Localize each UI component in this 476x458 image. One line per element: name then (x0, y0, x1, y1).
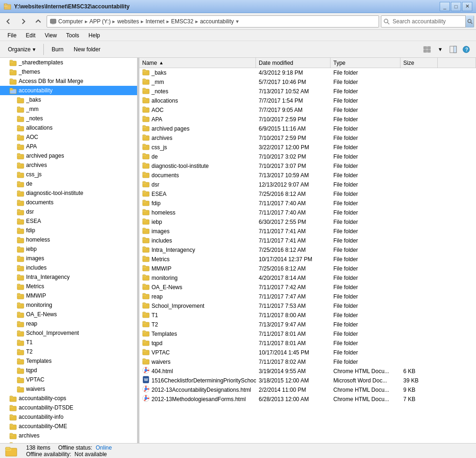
left-panel-item[interactable]: de (0, 179, 137, 188)
left-panel-item[interactable]: Metrics (0, 282, 137, 291)
col-header-name[interactable]: Name ▲ (139, 58, 256, 68)
left-panel-item[interactable]: Templates (0, 356, 137, 366)
file-row[interactable]: APA 7/10/2017 2:59 PM File folder (139, 115, 476, 124)
left-panel-item[interactable]: OA_E-News (0, 310, 137, 319)
left-panel-item[interactable]: _themes (0, 67, 137, 76)
left-panel-item[interactable]: APA (0, 142, 137, 151)
left-panel-item[interactable]: accountability (0, 86, 137, 95)
path-computer[interactable]: Computer (58, 18, 83, 25)
left-panel-item[interactable]: _baks (0, 95, 137, 104)
file-row[interactable]: tqpd 7/11/2017 8:01 AM File folder (139, 339, 476, 348)
file-row[interactable]: documents 7/13/2017 10:59 AM File folder (139, 171, 476, 180)
file-row[interactable]: archives 7/10/2017 2:59 PM File folder (139, 133, 476, 143)
file-row[interactable]: T1 7/11/2017 8:00 AM File folder (139, 311, 476, 320)
left-panel-item[interactable]: monitoring (0, 300, 137, 310)
file-row[interactable]: T2 7/13/2017 9:47 AM File folder (139, 320, 476, 329)
left-panel-item[interactable]: accountability-OME (0, 422, 137, 431)
up-button[interactable] (32, 15, 45, 28)
left-panel-item[interactable]: waivers (0, 384, 137, 394)
menu-view[interactable]: View (41, 31, 61, 40)
close-button[interactable]: ✕ (462, 2, 472, 11)
file-row[interactable]: Metrics 10/17/2014 12:37 PM File folder (139, 255, 476, 264)
left-panel-item[interactable]: includes (0, 263, 137, 272)
left-panel-item[interactable]: _mm (0, 104, 137, 114)
col-header-date[interactable]: Date modified (256, 58, 331, 68)
left-panel-item[interactable]: archives (0, 431, 137, 440)
minimize-button[interactable]: _ (440, 2, 450, 11)
left-panel-item[interactable]: tqpd (0, 366, 137, 375)
search-input[interactable] (390, 18, 465, 25)
left-panel-item[interactable]: allocations (0, 123, 137, 132)
path-accountability[interactable]: accountability (200, 18, 234, 25)
file-row[interactable]: diagnostic-tool-institute 7/10/2017 3:07… (139, 161, 476, 171)
file-row[interactable]: VPTAC 10/17/2014 1:45 PM File folder (139, 348, 476, 357)
file-row[interactable]: _baks 4/3/2012 9:18 PM File folder (139, 68, 476, 77)
file-row[interactable]: School_Improvement 7/11/2017 7:53 AM Fil… (139, 301, 476, 311)
path-internet[interactable]: Internet (145, 18, 165, 25)
organize-button[interactable]: Organize ▾ (4, 43, 40, 56)
left-panel-item[interactable]: documents (0, 198, 137, 207)
file-row[interactable]: de 7/10/2017 3:02 PM File folder (139, 152, 476, 161)
left-panel-item[interactable]: assessment (0, 440, 137, 443)
file-row[interactable]: MMWIP 7/25/2016 8:12 AM File folder (139, 264, 476, 273)
menu-edit[interactable]: Edit (22, 31, 39, 40)
search-button[interactable] (465, 15, 474, 28)
col-header-size[interactable]: Size (400, 58, 438, 68)
file-row[interactable]: reap 7/11/2017 7:47 AM File folder (139, 292, 476, 301)
file-row[interactable]: fdip 7/11/2017 7:40 AM File folder (139, 199, 476, 208)
back-button[interactable] (2, 15, 15, 28)
left-panel-item[interactable]: dsr (0, 207, 137, 216)
file-row[interactable]: _notes 7/13/2017 10:52 AM File folder (139, 87, 476, 96)
file-row[interactable]: W 1516ChecklistforDeterminingPrioritySch… (139, 376, 476, 385)
search-box[interactable] (381, 15, 474, 28)
menu-file[interactable]: File (4, 31, 20, 40)
address-path[interactable]: Computer ▸ APP (Y:) ▸ websites ▸ Interne… (47, 15, 379, 28)
left-panel-item[interactable]: _sharedtemplates (0, 58, 137, 67)
left-panel-item[interactable]: VPTAC (0, 375, 137, 384)
file-row[interactable]: images 7/11/2017 7:41 AM File folder (139, 227, 476, 236)
file-row[interactable]: 404.html 3/19/2014 9:55 AM Chrome HTML D… (139, 367, 476, 376)
col-header-type[interactable]: Type (331, 58, 400, 68)
file-row[interactable]: css_js 3/22/2017 12:00 PM File folder (139, 143, 476, 152)
path-emsc32[interactable]: EMSC32 (171, 18, 193, 25)
file-row[interactable]: allocations 7/7/2017 1:54 PM File folder (139, 96, 476, 105)
file-row[interactable]: homeless 7/11/2017 7:40 AM File folder (139, 208, 476, 217)
file-row[interactable]: includes 7/11/2017 7:41 AM File folder (139, 236, 476, 245)
left-panel-item[interactable]: T2 (0, 347, 137, 356)
left-panel-item[interactable]: css_js (0, 170, 137, 179)
left-panel-item[interactable]: ESEA (0, 216, 137, 226)
left-panel-item[interactable]: fdip (0, 226, 137, 235)
forward-button[interactable] (17, 15, 30, 28)
burn-button[interactable]: Burn (48, 43, 68, 56)
file-row[interactable]: iebp 6/30/2017 2:55 PM File folder (139, 217, 476, 227)
left-panel-item[interactable]: AOC (0, 132, 137, 142)
file-row[interactable]: dsr 12/13/2012 9:07 AM File folder (139, 180, 476, 189)
new-folder-button[interactable]: New folder (69, 43, 104, 56)
file-row[interactable]: 2012-13MethodologiesandForms.html 6/28/2… (139, 395, 476, 404)
file-row[interactable]: Templates 7/11/2017 8:01 AM File folder (139, 329, 476, 339)
maximize-button[interactable]: □ (451, 2, 461, 11)
menu-help[interactable]: Help (85, 31, 104, 40)
left-panel-item[interactable]: homeless (0, 235, 137, 244)
left-panel-item[interactable]: accountability-DTSDE (0, 403, 137, 412)
menu-tools[interactable]: Tools (62, 31, 83, 40)
view-options-button[interactable] (421, 43, 433, 56)
left-panel-item[interactable]: _notes (0, 114, 137, 123)
file-row[interactable]: monitoring 4/20/2017 8:14 AM File folder (139, 273, 476, 283)
left-panel-item[interactable]: accountability-cops (0, 394, 137, 403)
left-panel-item[interactable]: images (0, 254, 137, 263)
left-panel-item[interactable]: T1 (0, 338, 137, 347)
file-row[interactable]: AOC 7/7/2017 9:05 AM File folder (139, 105, 476, 115)
left-panel-item[interactable]: archives (0, 160, 137, 170)
left-panel-item[interactable]: Access DB for Mail Merge (0, 76, 137, 86)
left-panel-item[interactable]: iebp (0, 244, 137, 254)
left-panel-item[interactable]: reap (0, 319, 137, 328)
left-panel-item[interactable]: MMWIP (0, 291, 137, 300)
file-row[interactable]: ESEA 7/25/2016 8:12 AM File folder (139, 189, 476, 199)
left-panel-item[interactable]: Intra_Interagency (0, 272, 137, 282)
path-app[interactable]: APP (Y:) (90, 18, 111, 25)
path-websites[interactable]: websites (117, 18, 139, 25)
view-toggle-button[interactable]: ▾ (434, 43, 446, 56)
file-row[interactable]: Intra_Interagency 7/25/2016 8:12 AM File… (139, 245, 476, 255)
file-row[interactable]: archived pages 6/9/2015 11:16 AM File fo… (139, 124, 476, 133)
